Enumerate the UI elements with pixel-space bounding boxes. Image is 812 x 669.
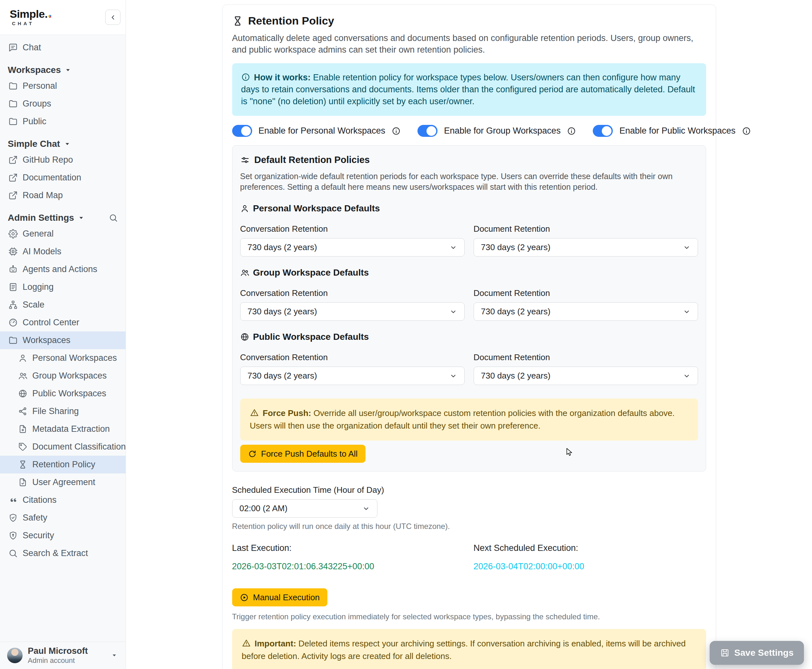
folder-icon <box>8 81 18 91</box>
last-execution-timestamp: 2026-03-03T02:01:06.343225+00:00 <box>232 561 465 572</box>
globe-icon <box>18 389 27 398</box>
warning-triangle-icon <box>250 408 259 417</box>
info-circle-icon[interactable] <box>567 126 576 136</box>
sidebar-item-metadata-extraction[interactable]: Metadata Extraction <box>0 420 126 438</box>
diagram-icon <box>8 300 18 309</box>
sidebar-item-public[interactable]: Public <box>0 113 126 130</box>
sidebar-item-workspaces[interactable]: Workspaces <box>0 331 126 349</box>
tag-icon <box>18 442 27 452</box>
caret-down-icon <box>78 215 84 221</box>
select-value: 730 days (2 years) <box>248 307 317 317</box>
toggle-label: Enable for Public Workspaces <box>619 126 736 136</box>
sidebar-item-logging[interactable]: Logging <box>0 278 126 296</box>
group-defaults-fields: Conversation Retention 730 days (2 years… <box>240 288 698 321</box>
group-workspaces-toggle[interactable] <box>418 125 438 137</box>
chevron-down-icon <box>683 244 691 251</box>
shield-check-icon <box>8 513 18 523</box>
public-workspaces-toggle[interactable] <box>593 125 613 137</box>
sidebar-item-documentation[interactable]: Documentation <box>0 169 126 187</box>
sidebar-item-file-sharing[interactable]: File Sharing <box>0 402 126 420</box>
sidebar-item-group-workspaces[interactable]: Group Workspaces <box>0 367 126 385</box>
force-push-defaults-button[interactable]: Force Push Defaults to All <box>240 445 366 463</box>
how-it-works-box: How it works: Enable retention policy fo… <box>232 63 706 116</box>
scheduled-execution-label: Scheduled Execution Time (Hour of Day) <box>232 485 706 495</box>
sidebar-item-security[interactable]: Security <box>0 527 126 545</box>
chevron-down-icon <box>450 372 457 380</box>
sidebar-item-ai-models[interactable]: AI Models <box>0 243 126 261</box>
page-description: Automatically delete aged conversations … <box>232 32 706 55</box>
sidebar-item-groups[interactable]: Groups <box>0 95 126 113</box>
personal-conversation-retention-select[interactable]: 730 days (2 years) <box>240 238 465 257</box>
public-document-retention-select[interactable]: 730 days (2 years) <box>473 366 698 385</box>
chevron-left-icon <box>109 13 117 21</box>
sidebar-item-road-map[interactable]: Road Map <box>0 187 126 204</box>
toggle-label: Enable for Group Workspaces <box>444 126 561 136</box>
sidebar-item-agents-and-actions[interactable]: Agents and Actions <box>0 261 126 278</box>
gauge-icon <box>8 318 18 327</box>
search-icon[interactable] <box>109 213 118 222</box>
folder-icon <box>8 117 18 126</box>
personal-document-retention-select[interactable]: 730 days (2 years) <box>473 238 698 257</box>
sidebar-item-retention-policy[interactable]: Retention Policy <box>0 456 126 474</box>
person-icon <box>240 204 249 213</box>
user-account-menu[interactable]: Paul Microsoft Admin account <box>0 642 126 669</box>
select-value: 730 days (2 years) <box>248 371 317 381</box>
sidebar-item-user-agreement[interactable]: User Agreement <box>0 474 126 491</box>
manual-execution-button[interactable]: Manual Execution <box>232 588 328 607</box>
logo-subtitle: CHAT <box>12 21 51 26</box>
force-push-text: Override all user/group/workspace custom… <box>250 408 675 430</box>
sidebar-item-search-extract[interactable]: Search & Extract <box>0 545 126 562</box>
sidebar-item-scale[interactable]: Scale <box>0 296 126 314</box>
group-document-retention-select[interactable]: 730 days (2 years) <box>473 303 698 321</box>
default-retention-policies-panel: Default Retention Policies Set organizat… <box>232 145 706 471</box>
sidebar-item-chat[interactable]: Chat <box>0 39 126 57</box>
sidebar-item-control-center[interactable]: Control Center <box>0 314 126 331</box>
next-execution-timestamp: 2026-03-04T02:00:00+00:00 <box>473 561 706 572</box>
public-conversation-retention-select[interactable]: 730 days (2 years) <box>240 366 465 385</box>
scheduled-execution-helper: Retention policy will run once daily at … <box>232 522 706 531</box>
folder-icon <box>8 99 18 108</box>
force-push-label: Force Push: <box>263 408 311 418</box>
page-title: Retention Policy <box>232 15 706 27</box>
scheduled-execution-time-select[interactable]: 02:00 (2 AM) <box>232 499 377 518</box>
sidebar-nav: Chat Workspaces Personal Groups Public S… <box>0 35 126 642</box>
sidebar-collapse-button[interactable] <box>105 10 120 25</box>
sidebar-section-admin-settings[interactable]: Admin Settings <box>0 211 126 225</box>
sidebar-section-simple-chat[interactable]: Simple Chat <box>0 137 126 151</box>
toggle-group-group: Enable for Group Workspaces <box>418 125 576 137</box>
personal-defaults-heading: Personal Workspace Defaults <box>240 203 698 213</box>
info-circle-icon[interactable] <box>742 126 751 136</box>
chip-icon <box>8 247 18 256</box>
how-it-works-label: How it works: <box>254 72 311 82</box>
external-link-icon <box>8 173 18 182</box>
user-role: Admin account <box>28 657 88 664</box>
sidebar-item-github-repo[interactable]: GitHub Repo <box>0 151 126 169</box>
group-conversation-retention-select[interactable]: 730 days (2 years) <box>240 303 465 321</box>
chevron-down-icon <box>362 505 370 513</box>
sliders-icon <box>240 155 250 165</box>
info-circle-icon[interactable] <box>392 126 401 136</box>
sidebar-item-personal[interactable]: Personal <box>0 77 126 95</box>
caret-down-icon <box>111 652 117 658</box>
sidebar-item-citations[interactable]: Citations <box>0 491 126 509</box>
sidebar-item-document-classification[interactable]: Document Classification <box>0 438 126 456</box>
personal-workspaces-toggle[interactable] <box>232 125 252 137</box>
select-value: 02:00 (2 AM) <box>239 503 288 513</box>
sidebar-item-public-workspaces[interactable]: Public Workspaces <box>0 385 126 402</box>
sidebar-section-workspaces[interactable]: Workspaces <box>0 63 126 77</box>
sidebar-item-personal-workspaces[interactable]: Personal Workspaces <box>0 349 126 367</box>
save-settings-button[interactable]: Save Settings <box>710 641 804 665</box>
file-icon <box>18 424 27 434</box>
main-content: Retention Policy Automatically delete ag… <box>126 0 812 669</box>
document-retention-label: Document Retention <box>473 352 698 362</box>
select-value: 730 days (2 years) <box>481 371 551 381</box>
important-text: Deleted items respect your archiving set… <box>242 639 686 661</box>
important-warning-box: Important: Deleted items respect your ar… <box>232 629 706 669</box>
caret-down-icon <box>65 67 71 73</box>
play-circle-icon <box>240 593 249 602</box>
select-value: 730 days (2 years) <box>481 242 551 252</box>
select-value: 730 days (2 years) <box>481 307 551 317</box>
sidebar-item-general[interactable]: General <box>0 225 126 243</box>
sidebar-item-safety[interactable]: Safety <box>0 509 126 527</box>
retention-policy-card: Retention Policy Automatically delete ag… <box>222 5 716 669</box>
